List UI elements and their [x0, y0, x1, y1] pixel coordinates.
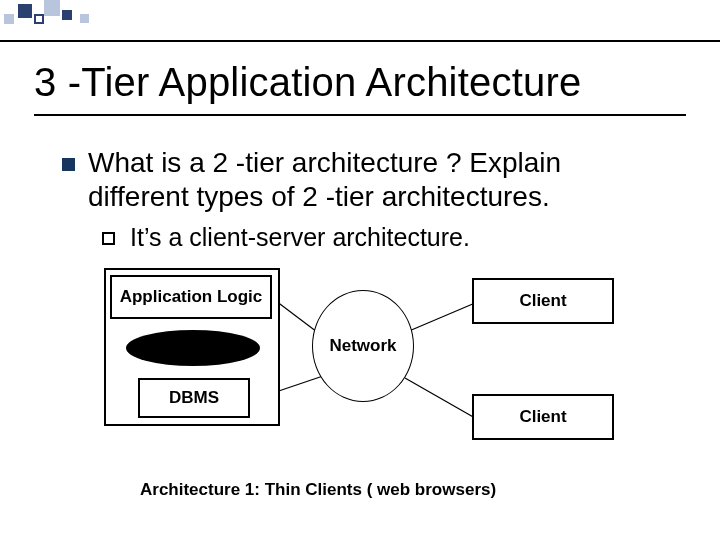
diagram-caption: Architecture 1: Thin Clients ( web brows… — [140, 480, 496, 500]
client-1-label: Client — [519, 291, 566, 311]
database-icon — [126, 330, 260, 366]
bullet-icon — [62, 158, 75, 171]
app-logic-box: Application Logic — [110, 275, 272, 319]
title-rule — [34, 114, 686, 116]
client-box-2: Client — [472, 394, 614, 440]
client-box-1: Client — [472, 278, 614, 324]
sub-bullet-icon — [102, 232, 115, 245]
dbms-box: DBMS — [138, 378, 250, 418]
app-logic-label: Application Logic — [120, 287, 263, 307]
client-2-label: Client — [519, 407, 566, 427]
bullet-text: What is a 2 -tier architecture ? Explain… — [88, 146, 668, 214]
architecture-diagram: Application Logic DBMS Network Client Cl… — [80, 268, 640, 468]
network-label: Network — [329, 336, 396, 356]
sub-bullet-text: It’s a client-server architecture. — [130, 223, 470, 252]
svg-line-2 — [402, 303, 475, 334]
top-rule — [0, 40, 720, 42]
slide-deco — [0, 0, 120, 40]
slide-title: 3 -Tier Application Architecture — [34, 60, 581, 105]
dbms-label: DBMS — [169, 388, 219, 408]
svg-line-3 — [405, 378, 475, 418]
network-ellipse: Network — [312, 290, 414, 402]
